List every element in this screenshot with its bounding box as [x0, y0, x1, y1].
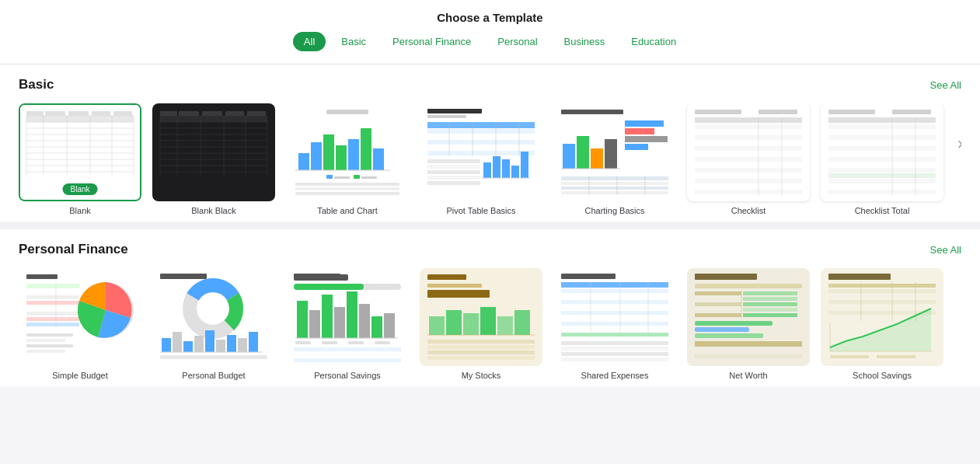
template-shared-expenses[interactable]: Shared Expenses: [553, 268, 676, 380]
svg-rect-107: [759, 110, 797, 114]
svg-rect-216: [561, 295, 668, 298]
svg-rect-129: [828, 130, 936, 134]
tab-basic[interactable]: Basic: [330, 32, 377, 51]
template-my-stocks[interactable]: My Stocks: [420, 268, 542, 380]
template-school-savings-thumb: [821, 268, 943, 366]
basic-see-all[interactable]: See All: [930, 79, 961, 91]
svg-rect-44: [225, 111, 244, 116]
svg-rect-118: [695, 173, 802, 178]
tab-personal[interactable]: Personal: [487, 32, 548, 51]
basic-section-header: Basic See All: [19, 77, 961, 92]
svg-rect-189: [348, 341, 364, 344]
svg-rect-112: [695, 141, 802, 145]
svg-rect-76: [483, 162, 491, 178]
svg-rect-121: [695, 190, 802, 194]
svg-rect-164: [162, 338, 171, 352]
svg-rect-255: [828, 289, 936, 293]
svg-rect-125: [828, 110, 875, 114]
template-table-chart-thumb: [286, 103, 409, 201]
svg-rect-206: [514, 310, 530, 335]
svg-rect-133: [828, 152, 936, 156]
svg-rect-66: [427, 122, 535, 128]
svg-rect-184: [384, 313, 395, 338]
svg-rect-127: [828, 117, 936, 123]
svg-rect-174: [160, 355, 267, 359]
svg-rect-99: [561, 182, 668, 185]
svg-rect-249: [695, 349, 802, 353]
svg-rect-233: [695, 284, 802, 288]
svg-rect-239: [743, 302, 797, 306]
svg-rect-203: [463, 313, 479, 335]
template-checklist[interactable]: Checklist: [687, 103, 810, 215]
svg-rect-24: [160, 116, 267, 122]
template-charting[interactable]: Charting Basics: [553, 103, 676, 215]
page-title: Choose a Template: [0, 11, 980, 24]
svg-rect-98: [561, 176, 668, 180]
template-simple-budget[interactable]: Simple Budget: [19, 268, 141, 380]
svg-rect-68: [427, 134, 535, 139]
svg-rect-205: [497, 316, 513, 335]
template-school-savings[interactable]: School Savings: [821, 268, 943, 380]
template-blank[interactable]: Blank Blank: [19, 103, 141, 215]
svg-rect-113: [695, 146, 802, 151]
section-divider: [0, 223, 980, 229]
template-pivot[interactable]: Pivot Table Basics: [420, 103, 542, 215]
template-net-worth-thumb: [687, 268, 810, 366]
svg-rect-186: [294, 274, 348, 281]
template-personal-budget[interactable]: Personal Budget: [152, 268, 275, 380]
svg-rect-79: [511, 166, 519, 178]
svg-rect-147: [26, 295, 79, 299]
svg-rect-134: [828, 157, 936, 162]
svg-rect-256: [828, 295, 936, 298]
svg-rect-110: [695, 130, 802, 134]
template-personal-budget-label: Personal Budget: [182, 371, 245, 380]
template-net-worth[interactable]: Net Worth: [687, 268, 810, 380]
pf-see-all[interactable]: See All: [930, 244, 961, 256]
svg-rect-230: [561, 358, 668, 361]
svg-rect-119: [695, 179, 802, 183]
template-blank-black[interactable]: Blank Black: [152, 103, 275, 215]
pf-template-row: Simple Budget: [19, 268, 961, 380]
svg-rect-101: [561, 191, 668, 194]
svg-rect-42: [179, 111, 199, 116]
svg-rect-157: [26, 344, 73, 347]
svg-rect-97: [625, 144, 648, 150]
svg-rect-165: [173, 332, 182, 352]
svg-rect-151: [26, 317, 79, 321]
svg-rect-211: [427, 356, 535, 360]
template-blank-thumb: Blank: [19, 103, 141, 201]
template-pivot-thumb: [420, 103, 542, 201]
svg-rect-246: [695, 327, 749, 332]
svg-rect-236: [695, 297, 741, 301]
svg-rect-232: [695, 274, 757, 280]
svg-rect-219: [561, 311, 668, 315]
svg-rect-146: [26, 290, 79, 294]
svg-rect-59: [361, 176, 377, 179]
svg-rect-94: [625, 120, 664, 127]
template-checklist-total[interactable]: Checklist Total: [821, 103, 943, 215]
svg-rect-201: [429, 316, 445, 335]
svg-rect-54: [373, 148, 384, 170]
svg-rect-43: [202, 111, 222, 116]
pf-section-title: Personal Finance: [19, 242, 128, 257]
svg-rect-100: [561, 187, 668, 190]
tab-education[interactable]: Education: [620, 32, 687, 51]
tab-business[interactable]: Business: [553, 32, 616, 51]
svg-rect-168: [205, 330, 214, 352]
svg-rect-213: [561, 274, 616, 279]
template-personal-savings[interactable]: Personal Savings: [286, 268, 409, 380]
svg-rect-65: [427, 115, 466, 118]
svg-rect-223: [561, 333, 668, 337]
pf-section-header: Personal Finance See All: [19, 242, 961, 257]
svg-rect-188: [322, 341, 337, 344]
svg-rect-126: [892, 110, 931, 114]
svg-rect-245: [695, 321, 772, 326]
svg-rect-152: [26, 323, 79, 326]
svg-rect-180: [334, 307, 345, 338]
basic-next-arrow[interactable]: ›: [954, 131, 961, 157]
template-table-chart[interactable]: Table and Chart: [286, 103, 409, 215]
tab-all[interactable]: All: [293, 32, 326, 51]
svg-rect-221: [561, 322, 668, 326]
tab-personal-finance[interactable]: Personal Finance: [382, 32, 482, 51]
svg-rect-169: [216, 340, 225, 352]
